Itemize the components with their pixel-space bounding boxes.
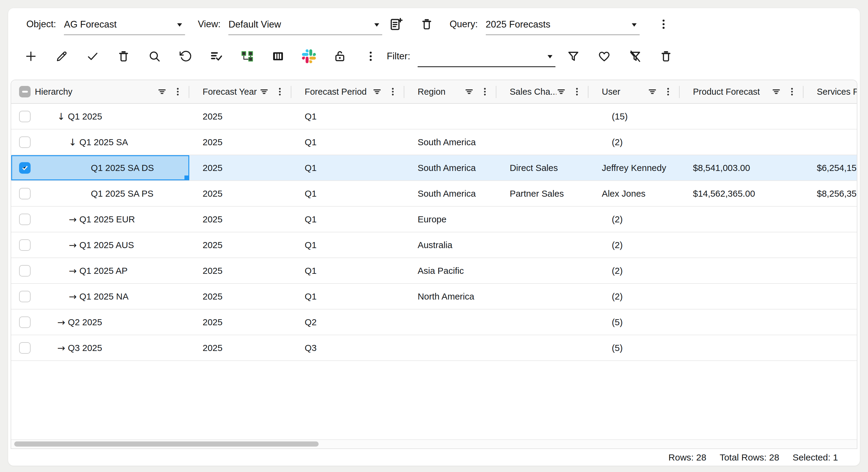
cell-region[interactable]: Europe	[404, 207, 496, 232]
row-checkbox[interactable]	[19, 291, 31, 302]
row-checkbox[interactable]	[19, 342, 31, 354]
cell-hierarchy[interactable]: Q1 2025 SA PS	[11, 181, 189, 206]
hierarchy-button[interactable]	[240, 49, 254, 63]
cell-hierarchy[interactable]: ↓Q1 2025 SA	[11, 130, 189, 155]
cell-sales_channel[interactable]	[496, 207, 588, 232]
select-all-checkbox[interactable]	[19, 86, 31, 97]
cell-period[interactable]: Q2	[291, 309, 404, 335]
column-menu-icon[interactable]	[572, 87, 582, 97]
cell-sales_channel[interactable]: Direct Sales	[496, 155, 588, 180]
cell-year[interactable]: 2025	[189, 130, 291, 155]
column-filter-icon[interactable]	[157, 87, 167, 97]
heart-button[interactable]	[597, 49, 611, 63]
cell-year[interactable]: 2025	[189, 104, 291, 129]
cell-year[interactable]: 2025	[189, 309, 291, 335]
cell-services_forecast[interactable]: $6,254,152.00	[804, 155, 857, 180]
cell-period[interactable]: Q1	[291, 104, 404, 129]
cell-sales_channel[interactable]	[496, 232, 588, 258]
cell-services_forecast[interactable]	[804, 104, 857, 129]
header-cell-user[interactable]: User	[588, 80, 680, 103]
cell-product_forecast[interactable]	[680, 335, 804, 360]
column-filter-icon[interactable]	[372, 87, 382, 97]
cell-year[interactable]: 2025	[189, 258, 291, 283]
cell-product_forecast[interactable]	[680, 130, 804, 155]
horizontal-scrollbar[interactable]	[11, 439, 857, 448]
column-filter-icon[interactable]	[556, 87, 566, 97]
cell-year[interactable]: 2025	[189, 232, 291, 258]
cell-region[interactable]: South America	[404, 155, 496, 180]
cell-period[interactable]: Q1	[291, 284, 404, 309]
kebab-button[interactable]	[364, 49, 378, 63]
cell-region[interactable]	[404, 335, 496, 360]
scrollbar-thumb[interactable]	[14, 441, 319, 447]
expand-arrow-icon[interactable]: →	[66, 265, 79, 276]
object-select[interactable]: AG Forecast	[64, 18, 185, 35]
cell-sales_channel[interactable]	[496, 309, 588, 335]
cell-region[interactable]: North America	[404, 284, 496, 309]
cell-hierarchy[interactable]: →Q1 2025 AUS	[11, 232, 189, 258]
cell-product_forecast[interactable]	[680, 232, 804, 258]
cell-hierarchy[interactable]: ↓Q1 2025	[11, 104, 189, 129]
expand-arrow-icon[interactable]: →	[66, 240, 79, 250]
cell-product_forecast[interactable]	[680, 258, 804, 283]
cell-region[interactable]: Australia	[404, 232, 496, 258]
cell-hierarchy[interactable]: →Q1 2025 AP	[11, 258, 189, 283]
cell-services_forecast[interactable]	[804, 284, 857, 309]
cell-services_forecast[interactable]	[804, 309, 857, 335]
cell-period[interactable]: Q1	[291, 130, 404, 155]
delete-button[interactable]	[659, 49, 673, 63]
confirm-button[interactable]	[86, 49, 100, 63]
cell-hierarchy[interactable]: →Q1 2025 EUR	[11, 207, 189, 232]
cell-services_forecast[interactable]	[804, 207, 857, 232]
row-checkbox[interactable]	[19, 188, 31, 199]
cell-user[interactable]: (2)	[588, 207, 680, 232]
refresh-button[interactable]	[178, 49, 192, 63]
cell-user[interactable]: (2)	[588, 130, 680, 155]
column-menu-icon[interactable]	[787, 87, 797, 97]
cell-hierarchy[interactable]: Q1 2025 SA DS	[11, 155, 189, 180]
cell-user[interactable]: (5)	[588, 309, 680, 335]
expand-arrow-icon[interactable]: →	[55, 317, 68, 328]
cell-services_forecast[interactable]	[804, 335, 857, 360]
column-menu-icon[interactable]	[173, 87, 183, 97]
funnel-off-button[interactable]	[628, 49, 642, 63]
cell-user[interactable]: Jeffrey Kennedy	[588, 155, 680, 180]
lock-open-button[interactable]	[333, 49, 347, 63]
cell-period[interactable]: Q1	[291, 207, 404, 232]
row-checkbox[interactable]	[19, 111, 31, 122]
row-checkbox[interactable]	[19, 213, 31, 225]
delete-button[interactable]	[420, 17, 434, 31]
cell-user[interactable]: (5)	[588, 335, 680, 360]
kebab-button[interactable]	[657, 17, 671, 31]
view-select[interactable]: Default View	[228, 18, 382, 35]
cell-user[interactable]: Alex Jones	[588, 181, 680, 206]
cell-period[interactable]: Q1	[291, 258, 404, 283]
header-cell-sales_channel[interactable]: Sales Cha...	[496, 80, 588, 103]
header-cell-product_forecast[interactable]: Product Forecast	[680, 80, 804, 103]
cell-region[interactable]: South America	[404, 130, 496, 155]
cell-year[interactable]: 2025	[189, 181, 291, 206]
slack-button[interactable]	[302, 49, 316, 63]
cell-sales_channel[interactable]	[496, 130, 588, 155]
cell-services_forecast[interactable]	[804, 130, 857, 155]
cell-period[interactable]: Q1	[291, 155, 404, 180]
cell-region[interactable]: South America	[404, 181, 496, 206]
cell-period[interactable]: Q1	[291, 181, 404, 206]
cell-user[interactable]: (2)	[588, 258, 680, 283]
cell-services_forecast[interactable]: $8,256,352.00	[804, 181, 857, 206]
row-checkbox[interactable]	[19, 136, 31, 148]
expand-arrow-icon[interactable]: ↓	[66, 137, 79, 148]
add-button[interactable]	[24, 49, 38, 63]
cell-product_forecast[interactable]: $14,562,365.00	[680, 181, 804, 206]
cell-services_forecast[interactable]	[804, 258, 857, 283]
cell-product_forecast[interactable]	[680, 284, 804, 309]
query-select[interactable]: 2025 Forecasts	[486, 18, 640, 35]
cell-sales_channel[interactable]: Partner Sales	[496, 181, 588, 206]
column-menu-icon[interactable]	[388, 87, 398, 97]
cell-sales_channel[interactable]	[496, 104, 588, 129]
cell-region[interactable]	[404, 309, 496, 335]
cell-region[interactable]: Asia Pacific	[404, 258, 496, 283]
column-menu-icon[interactable]	[480, 87, 490, 97]
cell-year[interactable]: 2025	[189, 335, 291, 360]
expand-arrow-icon[interactable]: →	[55, 342, 68, 353]
